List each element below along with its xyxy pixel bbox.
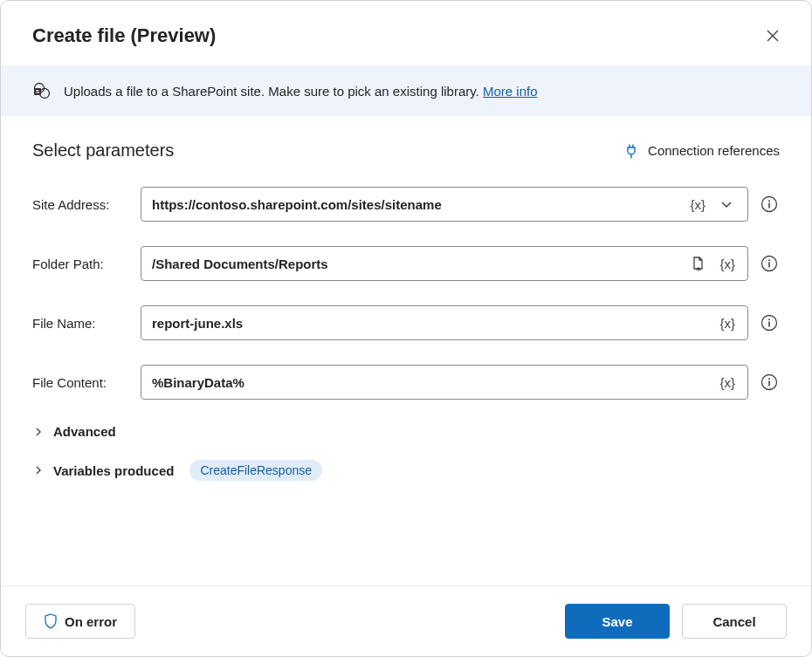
svg-rect-6 <box>768 203 770 209</box>
folder-path-label: Folder Path: <box>32 257 130 271</box>
file-name-row: File Name: {x} <box>32 305 780 340</box>
svg-point-1 <box>40 89 50 99</box>
file-name-info-button[interactable] <box>759 312 780 333</box>
advanced-label: Advanced <box>53 424 116 439</box>
chevron-right-icon <box>32 426 45 438</box>
svg-rect-15 <box>768 381 770 387</box>
variables-produced-expander[interactable]: Variables produced CreateFileResponse <box>32 460 780 481</box>
file-content-info-button[interactable] <box>759 372 780 393</box>
chevron-right-icon <box>32 464 45 476</box>
file-content-input[interactable] <box>152 375 712 390</box>
file-name-input-wrapper[interactable]: {x} <box>141 305 748 340</box>
variable-token-button[interactable]: {x} <box>686 195 709 214</box>
svg-point-8 <box>768 259 770 261</box>
close-button[interactable] <box>759 22 787 50</box>
file-content-label: File Content: <box>32 375 130 390</box>
svg-point-11 <box>768 318 770 320</box>
folder-path-input-wrapper[interactable]: {x} <box>141 246 748 281</box>
file-content-row: File Content: {x} <box>32 365 780 400</box>
info-icon <box>760 314 778 332</box>
site-address-info-button[interactable] <box>759 194 780 215</box>
dialog-footer: On error Save Cancel <box>1 585 811 656</box>
svg-text:S: S <box>36 89 39 94</box>
on-error-label: On error <box>65 614 117 629</box>
sharepoint-icon: S <box>32 81 52 100</box>
params-header: Select parameters Connection references <box>32 140 780 161</box>
variable-token-button[interactable]: {x} <box>716 255 739 273</box>
file-name-label: File Name: <box>32 316 130 331</box>
dialog-content: Select parameters Connection references … <box>1 116 811 585</box>
file-name-input[interactable] <box>152 316 712 331</box>
dialog-header: Create file (Preview) <box>1 1 811 65</box>
save-button[interactable]: Save <box>565 604 670 639</box>
info-icon <box>760 255 778 272</box>
svg-rect-12 <box>768 322 770 327</box>
svg-rect-9 <box>768 263 770 268</box>
connection-references-label: Connection references <box>648 143 780 158</box>
site-address-dropdown-button[interactable] <box>714 192 739 216</box>
variable-token-button[interactable]: {x} <box>716 314 739 332</box>
shield-icon <box>44 613 58 629</box>
info-icon <box>760 195 778 213</box>
file-content-input-wrapper[interactable]: {x} <box>141 365 748 400</box>
site-address-input-wrapper[interactable]: {x} <box>141 187 748 222</box>
chevron-down-icon <box>720 198 733 210</box>
variable-token-button[interactable]: {x} <box>716 373 739 392</box>
folder-path-input[interactable] <box>152 257 683 271</box>
close-icon <box>766 29 780 43</box>
svg-point-5 <box>768 200 770 202</box>
plug-icon <box>623 143 639 159</box>
variables-produced-label: Variables produced <box>53 463 174 478</box>
folder-path-row: Folder Path: {x} <box>32 246 780 281</box>
info-icon <box>760 373 778 391</box>
cancel-button[interactable]: Cancel <box>682 604 787 639</box>
site-address-label: Site Address: <box>32 197 130 212</box>
svg-point-14 <box>768 378 770 380</box>
select-parameters-heading: Select parameters <box>32 140 174 161</box>
folder-path-info-button[interactable] <box>759 253 780 274</box>
more-info-link[interactable]: More info <box>483 84 538 99</box>
variable-chip[interactable]: CreateFileResponse <box>189 460 322 481</box>
banner-text: Uploads a file to a SharePoint site. Mak… <box>64 84 538 99</box>
advanced-expander[interactable]: Advanced <box>32 424 780 439</box>
on-error-button[interactable]: On error <box>25 604 135 639</box>
site-address-input[interactable] <box>152 197 683 212</box>
create-file-dialog: Create file (Preview) S Uploads a file t… <box>0 0 812 657</box>
dialog-title: Create file (Preview) <box>32 24 216 47</box>
connection-references-button[interactable]: Connection references <box>623 143 780 159</box>
folder-picker-button[interactable] <box>686 251 711 276</box>
info-banner: S Uploads a file to a SharePoint site. M… <box>1 65 811 116</box>
file-select-icon <box>691 256 706 271</box>
site-address-row: Site Address: {x} <box>32 187 780 222</box>
